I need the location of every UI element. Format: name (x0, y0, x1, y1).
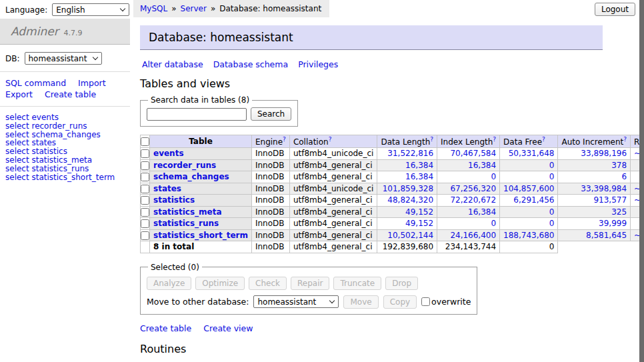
analyze-button[interactable]: Analyze (147, 277, 191, 290)
total-engine: InnoDB (251, 241, 289, 253)
table-name-link[interactable]: schema_changes (153, 172, 229, 181)
row-checkbox[interactable] (141, 208, 149, 217)
search-input[interactable] (147, 108, 247, 121)
repair-button[interactable]: Repair (291, 277, 329, 290)
truncate-button[interactable]: Truncate (333, 277, 381, 290)
row-checkbox[interactable] (141, 173, 149, 181)
tables-and-views-heading: Tables and views (140, 77, 603, 90)
table-name-link[interactable]: statistics_runs (153, 219, 219, 228)
col-header-table: Table (150, 135, 252, 148)
scrollbar[interactable] (639, 0, 644, 362)
optimize-button[interactable]: Optimize (195, 277, 245, 290)
selected-fieldset: Selected (0) Analyze Optimize Check Repa… (140, 263, 477, 315)
data-length-link[interactable]: 49,152 (405, 207, 433, 217)
index-length-link[interactable]: 72,220,672 (450, 195, 496, 205)
sidebar-select-link[interactable]: select statistics_runs (5, 165, 125, 173)
select-all-checkbox[interactable] (141, 137, 149, 146)
total-index-length: 234,143,744 (437, 241, 500, 253)
table-name-link[interactable]: states (153, 184, 181, 193)
engine-cell: InnoDB (251, 218, 289, 230)
data-length-link[interactable]: 101,859,328 (383, 184, 433, 193)
db-select[interactable]: homeassistant (25, 52, 102, 65)
help-icon[interactable]: ? (329, 136, 332, 143)
data-length-link[interactable]: 31,522,816 (387, 149, 433, 158)
move-button[interactable]: Move (343, 295, 378, 309)
auto-increment-link[interactable]: 39,999 (599, 219, 627, 228)
index-length-link[interactable]: 16,384 (468, 207, 496, 217)
sidebar-export-link[interactable]: Export (5, 89, 33, 99)
help-icon[interactable]: ? (283, 136, 286, 143)
collation-cell: utf8mb4_unicode_ci (289, 183, 377, 195)
sidebar-sql-command-link[interactable]: SQL command (5, 78, 66, 88)
data-length-link[interactable]: 49,152 (405, 219, 433, 228)
data-free-link[interactable]: 0 (549, 207, 555, 217)
sidebar-import-link[interactable]: Import (78, 78, 106, 88)
create-links-row: Create table Create view (140, 323, 603, 333)
row-checkbox[interactable] (141, 231, 149, 240)
table-name-link[interactable]: recorder_runs (153, 161, 216, 170)
move-database-select[interactable]: homeassistant (253, 295, 339, 308)
search-button[interactable]: Search (251, 107, 291, 121)
help-icon[interactable]: ? (493, 136, 496, 143)
data-free-link[interactable]: 188,743,680 (503, 231, 554, 240)
data-free-link[interactable]: 0 (549, 161, 555, 170)
row-checkbox[interactable] (141, 161, 149, 170)
sidebar-create-table-link[interactable]: Create table (45, 89, 96, 99)
language-select[interactable]: English (52, 3, 129, 16)
sidebar-select-link[interactable]: select statistics_meta (5, 156, 125, 165)
create-table-link[interactable]: Create table (140, 323, 191, 333)
index-length-link[interactable]: 67,256,320 (450, 184, 496, 193)
data-free-link[interactable]: 104,857,600 (503, 184, 554, 193)
data-length-link[interactable]: 48,824,320 (387, 195, 433, 205)
sidebar-select-link[interactable]: select statistics_short_term (5, 173, 125, 182)
auto-increment-link[interactable]: 8,581,645 (586, 231, 627, 240)
collation-cell: utf8mb4_general_ci (289, 195, 377, 207)
data-length-link[interactable]: 16,384 (405, 172, 433, 181)
index-length-link[interactable]: 70,467,584 (450, 149, 496, 158)
alter-database-link[interactable]: Alter database (142, 59, 203, 69)
auto-increment-link[interactable]: 325 (611, 207, 627, 217)
total-data-length: 192,839,680 (377, 241, 437, 253)
index-length-link[interactable]: 16,384 (468, 161, 496, 170)
db-selector-row: DB: homeassistant (0, 45, 130, 71)
copy-button[interactable]: Copy (383, 295, 417, 309)
chevron-down-icon (329, 298, 335, 303)
col-header-label: Auto Increment (561, 137, 623, 147)
row-checkbox[interactable] (141, 149, 149, 158)
auto-increment-link[interactable]: 33,398,984 (581, 184, 627, 193)
row-checkbox[interactable] (141, 196, 149, 205)
data-free-link[interactable]: 6,291,456 (513, 195, 554, 205)
data-free-link[interactable]: 0 (549, 172, 555, 181)
check-button[interactable]: Check (249, 277, 287, 290)
auto-increment-link[interactable]: 33,898,196 (581, 149, 627, 158)
help-icon[interactable]: ? (430, 136, 433, 143)
collation-cell: utf8mb4_general_ci (289, 229, 377, 241)
index-length-link[interactable]: 0 (491, 172, 496, 181)
drop-button[interactable]: Drop (385, 277, 418, 290)
row-checkbox[interactable] (141, 185, 149, 193)
table-name-link[interactable]: statistics (153, 195, 195, 205)
table-name-link[interactable]: statistics_meta (153, 207, 222, 217)
privileges-link[interactable]: Privileges (298, 59, 338, 69)
overwrite-checkbox[interactable] (421, 297, 430, 306)
table-name-link[interactable]: statistics_short_term (153, 231, 248, 240)
row-checkbox[interactable] (141, 219, 149, 228)
search-fieldset: Search data in tables (8) Search (140, 95, 298, 127)
data-free-link[interactable]: 0 (549, 219, 555, 228)
index-length-link[interactable]: 0 (491, 219, 496, 228)
index-length-link[interactable]: 24,166,400 (450, 231, 496, 240)
database-schema-link[interactable]: Database schema (213, 59, 288, 69)
help-icon[interactable]: ? (623, 136, 627, 143)
auto-increment-link[interactable]: 378 (611, 161, 627, 170)
sidebar-select-link[interactable]: select recorder_runs (5, 122, 125, 131)
data-length-link[interactable]: 10,502,144 (387, 231, 433, 240)
help-icon[interactable]: ? (542, 136, 545, 143)
table-row: statistics_runs InnoDB utf8mb4_general_c… (141, 218, 644, 230)
table-name-link[interactable]: events (153, 149, 184, 158)
sidebar-select-link[interactable]: select events (5, 113, 125, 122)
auto-increment-link[interactable]: 6 (621, 172, 627, 181)
data-free-link[interactable]: 50,331,648 (509, 149, 555, 158)
create-view-link[interactable]: Create view (203, 323, 253, 333)
auto-increment-link[interactable]: 913,577 (593, 195, 627, 205)
data-length-link[interactable]: 16,384 (405, 161, 433, 170)
